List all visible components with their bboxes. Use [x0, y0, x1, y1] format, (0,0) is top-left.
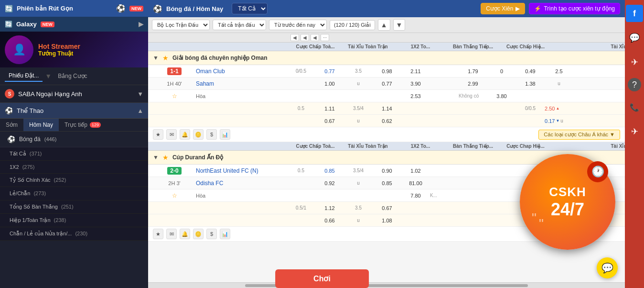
r5-val2[interactable]: 0.17 — [545, 118, 555, 124]
r4-handicap: 0.5 — [287, 106, 315, 111]
league1-star[interactable]: ★ — [162, 54, 169, 62]
tai-val2[interactable]: 0.77 — [373, 81, 401, 87]
draw-val2[interactable]: 3.80 — [487, 93, 516, 99]
tai-val1[interactable]: 0.98 — [373, 68, 401, 74]
bell-action2[interactable]: 🔔 — [180, 229, 190, 239]
match1-team2[interactable]: Saham — [196, 80, 214, 87]
phone-icon[interactable]: 📞 — [626, 99, 643, 116]
m2r5-val1[interactable]: 0.66 — [315, 218, 344, 223]
sport-title: Bóng đá / Hôm Nay — [166, 5, 223, 12]
val2-1[interactable]: 0.49 — [516, 68, 545, 74]
match1-team1[interactable]: Oman Club — [196, 68, 225, 75]
match2-team2[interactable]: Odisha FC — [196, 180, 223, 187]
league1-toggle[interactable]: ▼ — [153, 55, 159, 61]
galaxy-bar[interactable]: 🔄 Galaxy NEW ▶ — [0, 17, 148, 32]
help-icon[interactable]: ? — [628, 78, 641, 91]
scrollbar-bottom[interactable] — [148, 282, 625, 288]
chat-button[interactable]: 💬 — [597, 257, 618, 278]
ban-thang2[interactable]: 2.99 — [459, 81, 487, 87]
m2-1x2[interactable]: 1.02 — [401, 168, 430, 174]
r4-taival[interactable]: 1.14 — [373, 106, 401, 111]
the-thao-bar[interactable]: ⚽ Thể Thao ▲ — [0, 103, 148, 119]
choi-button[interactable]: Chơi — [275, 269, 369, 288]
som-tab[interactable]: Sớm — [0, 119, 23, 131]
m2-taival2[interactable]: 0.85 — [373, 180, 401, 186]
prev3-icon[interactable]: ◀ — [311, 34, 319, 41]
sub-item-hiep1[interactable]: Hiệp 1/Toàn Trận (238) — [0, 214, 148, 227]
more-bets-btn1[interactable]: Các loại cược Châu Á khác ▼ — [538, 130, 620, 140]
ban-thang1[interactable]: 1.79 — [459, 68, 487, 74]
r5-val1[interactable]: 0.67 — [315, 118, 344, 124]
sub-item-1x2[interactable]: 1X2 (275) — [0, 161, 148, 174]
sub-item-chan-le[interactable]: Chẵn / Lẻ của Nửa trận/... (230) — [0, 227, 148, 241]
league2-star[interactable]: ★ — [162, 154, 169, 161]
draw-val1[interactable]: 2.53 — [401, 93, 430, 99]
m2-val1[interactable]: 0.85 — [315, 168, 344, 174]
bo-loc-select[interactable]: Bộ Lọc Trận Đấu — [152, 20, 210, 30]
bang-cuoc-tab[interactable]: Bảng Cược — [54, 71, 91, 81]
coin-action1[interactable]: 🪙 — [193, 129, 204, 140]
sort-asc-btn[interactable]: ▲ — [378, 19, 390, 31]
prev2-icon[interactable]: ◀ — [301, 34, 309, 41]
trinh-tao-btn[interactable]: ⚡ Trình tạo cược xiên tự động — [529, 3, 620, 14]
m2-draw-val[interactable]: 7.80 — [401, 193, 430, 199]
col-ban-thang: Bàn Thắng Tiếp... — [449, 44, 497, 49]
msg-action2[interactable]: ✉ — [166, 229, 177, 239]
sidebar-top-bar[interactable]: 🔄 Phiên bản Rút Gọn ⚽ NEW — [0, 0, 148, 17]
telegram-icon[interactable]: ✈ — [626, 54, 643, 71]
sub-item-tatca[interactable]: Tất Cả (371) — [0, 147, 148, 161]
match1-row5: 0.67 u 0.62 0.17 ▼ u — [148, 115, 625, 127]
match2-star[interactable]: ☆ — [172, 192, 177, 199]
sport-bongda[interactable]: ⚽ Bóng đá (446) — [0, 132, 148, 147]
telegram2-icon[interactable]: ✈ — [626, 123, 643, 140]
m2-taival[interactable]: 0.90 — [373, 168, 401, 174]
one-x2-1[interactable]: 2.11 — [401, 68, 430, 74]
m2r4-val1[interactable]: 1.12 — [315, 205, 344, 211]
coin-action2[interactable]: 🪙 — [193, 229, 204, 239]
sport-count: (446) — [44, 136, 57, 142]
league2-toggle[interactable]: ▼ — [153, 154, 159, 161]
chart-action2[interactable]: 📊 — [220, 229, 230, 239]
col-cuoc-chap-hie: Cược Chấp Hiệ... — [497, 44, 554, 49]
one-x2-2[interactable]: 3.90 — [401, 81, 430, 87]
m2-val2[interactable]: 0.92 — [315, 180, 344, 186]
r5-taival[interactable]: 0.62 — [373, 118, 401, 124]
star-action2[interactable]: ★ — [153, 229, 163, 239]
truc-tiep-tab[interactable]: Trực tiếp 129 — [59, 119, 107, 131]
odds-val2-row2[interactable]: 1.00 — [315, 81, 344, 87]
chart-action1[interactable]: 📊 — [220, 129, 230, 140]
galaxy-new-badge: NEW — [41, 22, 54, 27]
sub-item-le-chan[interactable]: Lẻ/Chẵn (273) — [0, 187, 148, 200]
facebook-icon[interactable]: f — [626, 5, 643, 22]
dollar-action1[interactable]: $ — [206, 129, 217, 140]
prev-icon[interactable]: ◀ — [290, 34, 299, 41]
tai-xiu2-1[interactable]: 2.5 — [545, 68, 573, 74]
zero1[interactable]: 0 — [487, 68, 516, 74]
r4-val2[interactable]: 2.50 — [545, 106, 555, 111]
sport-select[interactable]: Tất Cả — [232, 3, 268, 14]
sub-item-tong-so[interactable]: Tổng Số Bàn Thắng (251) — [0, 200, 148, 214]
sub-item-ty-so[interactable]: Tỷ Số Chính Xác (252) — [0, 174, 148, 187]
messenger-icon[interactable]: 💬 — [626, 29, 643, 46]
m2-no-data: K... — [430, 193, 459, 198]
m2-1x2-2[interactable]: 81.00 — [401, 180, 430, 186]
dollar-action2[interactable]: $ — [206, 229, 217, 239]
m2r4-taival[interactable]: 0.67 — [373, 205, 401, 211]
hom-nay-tab[interactable]: Hôm Nay — [23, 119, 59, 131]
r4-val1[interactable]: 1.11 — [315, 106, 344, 111]
match1-star[interactable]: ☆ — [172, 93, 177, 100]
msg-action1[interactable]: ✉ — [166, 129, 177, 140]
sort-desc-btn[interactable]: ▼ — [393, 19, 406, 31]
m2r5-taival[interactable]: 1.08 — [373, 218, 401, 223]
val2-2[interactable]: 1.38 — [516, 81, 545, 87]
odds-val1[interactable]: 0.77 — [315, 68, 344, 74]
bell-action1[interactable]: 🔔 — [180, 129, 190, 140]
tu-truoc-select[interactable]: Từ trước đến nay — [269, 20, 327, 30]
saba-bar[interactable]: S SABA Ngoại Hạng Anh ▼ — [0, 85, 148, 103]
phieu-dat-tab[interactable]: Phiếu Đặt... — [5, 70, 43, 82]
tat-ca-tran-select[interactable]: Tất cả trận đấu — [213, 20, 266, 30]
match2-team1[interactable]: NorthEast United FC (N) — [196, 167, 258, 174]
star-action1[interactable]: ★ — [153, 129, 163, 140]
more-icon[interactable]: ··· — [321, 34, 329, 41]
cuoc-xien-btn[interactable]: Cược Xiên ▶ — [481, 3, 525, 14]
